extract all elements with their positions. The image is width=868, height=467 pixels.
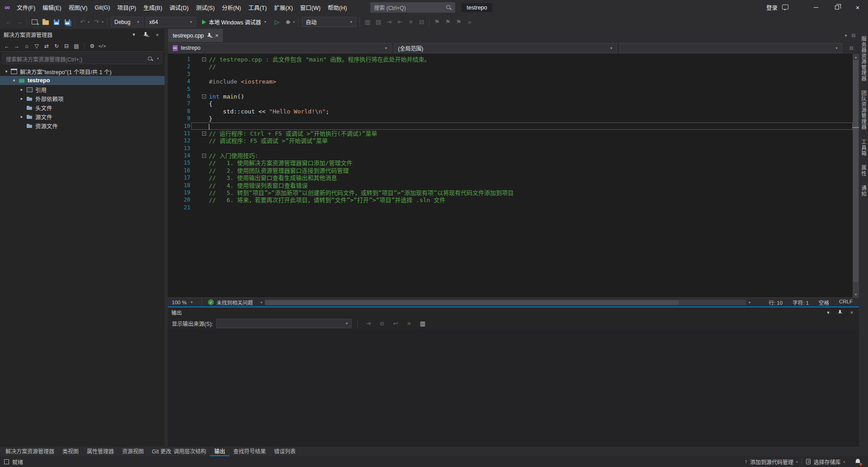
code-line-8[interactable]: 8 std::cout << "Hello World!\n"; bbox=[168, 108, 853, 115]
auto-hide-tab-server-explorer[interactable]: 服务器资源管理器 bbox=[860, 36, 867, 81]
code-line-13[interactable]: 13 bbox=[168, 145, 853, 152]
code-line-15[interactable]: 15// 1. 使用解决方案资源管理器窗口添加/管理文件 bbox=[168, 159, 853, 166]
quick-search-box[interactable]: 搜索 (Ctrl+Q) bbox=[370, 2, 455, 13]
panel-splitter[interactable] bbox=[165, 29, 168, 447]
code-line-20[interactable]: 20// 6. 将来，若要再次打开此项目，请转到“文件”>“打开”>“项目”并选… bbox=[168, 196, 853, 203]
menu-git[interactable]: Git(G) bbox=[91, 0, 113, 15]
fold-toggle-icon[interactable]: - bbox=[202, 57, 206, 61]
clear-all-icon[interactable]: ⊘ bbox=[377, 318, 387, 329]
float-window-icon[interactable]: ⊟ bbox=[852, 33, 855, 38]
expander-icon[interactable]: ▸ bbox=[18, 87, 25, 92]
column-indicator[interactable]: 字符: 1 bbox=[793, 299, 809, 306]
navigate-forward-icon[interactable]: → bbox=[14, 17, 24, 27]
fold-toggle-icon[interactable]: - bbox=[202, 154, 206, 158]
menu-debug[interactable]: 调试(D) bbox=[166, 0, 192, 15]
panel-tab-class-view[interactable]: 类视图 bbox=[58, 447, 83, 456]
auto-dropdown[interactable]: 自动 ▼ bbox=[302, 17, 356, 27]
collapse-all-icon[interactable]: ⊟ bbox=[62, 42, 71, 51]
scope-dropdown[interactable]: (全局范围) ▼ bbox=[394, 43, 617, 53]
comment-selection-icon[interactable]: ≡ bbox=[406, 17, 416, 27]
next-bookmark-icon[interactable]: ⚑ bbox=[453, 17, 464, 27]
solution-search-input[interactable]: 搜索解决方案资源管理器(Ctrl+;) ▾ bbox=[2, 53, 162, 64]
panel-tab-property-manager[interactable]: 属性管理器 bbox=[83, 447, 118, 456]
output-titlebar[interactable]: 输出 ▾ × bbox=[168, 307, 859, 317]
code-area[interactable]: 1-// testrepo.cpp : 此文件包含 "main" 函数。程序执行… bbox=[168, 54, 853, 297]
scrollbar-track[interactable] bbox=[853, 60, 859, 291]
previous-bookmark-icon[interactable]: ⚑ bbox=[443, 17, 453, 27]
sync-with-active-document-icon[interactable]: ⇄ bbox=[42, 42, 51, 51]
hot-reload-dropdown-icon[interactable]: ▼ bbox=[292, 21, 296, 24]
panel-tab-resource-view[interactable]: 资源视图 bbox=[118, 447, 148, 456]
back-icon[interactable]: ← bbox=[2, 42, 11, 51]
word-wrap-icon[interactable]: ↩ bbox=[390, 318, 401, 329]
navigate-backward-icon[interactable]: ← bbox=[3, 17, 14, 27]
start-debugging-button[interactable]: 本地 Windows 调试器 ▼ bbox=[198, 17, 270, 27]
panel-tab-error-list[interactable]: 错误列表 bbox=[270, 447, 300, 456]
line-ending-indicator[interactable]: CRLF bbox=[839, 299, 853, 306]
project-dropdown[interactable]: testrepo ▼ bbox=[169, 43, 392, 53]
close-tab-icon[interactable]: × bbox=[215, 32, 219, 39]
scrollbar-thumb[interactable] bbox=[265, 300, 679, 306]
panel-tab-output[interactable]: 输出 bbox=[210, 447, 229, 456]
scroll-left-icon[interactable]: ◂ bbox=[258, 299, 265, 306]
auto-hide-tab-toolbox[interactable]: 工具箱 bbox=[860, 139, 867, 156]
sign-in-button[interactable]: 登录 bbox=[764, 3, 780, 12]
tree-item-external-dependencies[interactable]: ▸外部依赖项 bbox=[0, 94, 165, 103]
member-dropdown[interactable]: ▼ bbox=[619, 43, 842, 53]
scroll-up-icon[interactable]: ▴ bbox=[853, 54, 859, 60]
panel-tab-find-symbol-results[interactable]: 查找符号结果 bbox=[229, 447, 270, 456]
feedback-icon[interactable] bbox=[782, 5, 788, 9]
document-tab-testrepo-cpp[interactable]: testrepo.cpp × bbox=[168, 29, 223, 42]
save-all-icon[interactable] bbox=[62, 17, 72, 27]
output-content[interactable] bbox=[168, 330, 859, 447]
show-all-files-icon[interactable]: ▤ bbox=[373, 17, 383, 27]
refresh-icon[interactable]: ↻ bbox=[52, 42, 61, 51]
expander-icon[interactable]: ▸ bbox=[18, 114, 25, 119]
restore-button[interactable] bbox=[826, 0, 847, 15]
code-line-1[interactable]: 1-// testrepo.cpp : 此文件包含 "main" 函数。程序执行… bbox=[168, 56, 853, 63]
add-to-source-control-button[interactable]: ↑ 添加到源代码管理 ▴ bbox=[741, 456, 802, 467]
menu-test[interactable]: 测试(S) bbox=[192, 0, 218, 15]
pin-icon[interactable] bbox=[836, 309, 844, 316]
close-panel-icon[interactable]: × bbox=[848, 309, 855, 316]
code-line-19[interactable]: 19// 5. 转到“项目”>“添加新项”以创建新的代码文件，或转到“项目”>“… bbox=[168, 189, 853, 196]
code-line-12[interactable]: 12// 调试程序: F5 或调试 >“开始调试”菜单 bbox=[168, 137, 853, 144]
tree-item-references[interactable]: ▸引用 bbox=[0, 85, 165, 94]
minimize-button[interactable] bbox=[806, 0, 826, 15]
scrollbar-track[interactable] bbox=[265, 300, 746, 305]
open-file-icon[interactable] bbox=[40, 17, 51, 27]
tree-item-source-files[interactable]: ▸源文件 bbox=[0, 112, 165, 121]
editor-horizontal-scrollbar[interactable]: ◂ ▸ bbox=[258, 298, 754, 307]
notifications-bell-icon[interactable] bbox=[855, 459, 861, 465]
auto-hide-tab-notifications[interactable]: 通知 bbox=[860, 185, 867, 197]
tree-item-resource-files[interactable]: 资源文件 bbox=[0, 121, 165, 130]
zoom-dropdown[interactable]: 100 % ▼ bbox=[168, 300, 199, 305]
code-line-2[interactable]: 2// bbox=[168, 63, 853, 70]
tree-item-header-files[interactable]: 头文件 bbox=[0, 103, 165, 112]
show-all-files-icon[interactable]: ▤ bbox=[72, 42, 81, 51]
redo-dropdown-icon[interactable]: ▼ bbox=[101, 21, 105, 24]
save-icon[interactable] bbox=[51, 17, 61, 27]
pin-icon[interactable] bbox=[142, 31, 149, 38]
panel-tab-call-hierarchy[interactable]: 调用层次结构 bbox=[170, 447, 210, 456]
code-line-17[interactable]: 17// 3. 使用输出窗口查看生成输出和其他消息 bbox=[168, 174, 853, 181]
hot-reload-icon[interactable] bbox=[283, 17, 293, 27]
tree-item-project-testrepo[interactable]: ▾testrepo bbox=[0, 76, 165, 85]
chevron-down-icon[interactable]: ▾ bbox=[157, 57, 159, 61]
select-repository-button[interactable]: 选择存储库 ▴ bbox=[802, 456, 849, 467]
pin-tab-icon[interactable] bbox=[208, 33, 212, 38]
code-line-18[interactable]: 18// 4. 使用错误列表窗口查看错误 bbox=[168, 182, 853, 189]
code-line-21[interactable]: 21 bbox=[168, 204, 853, 211]
background-tasks-icon[interactable] bbox=[4, 459, 9, 464]
menu-view[interactable]: 视图(V) bbox=[65, 0, 91, 15]
code-line-9[interactable]: 9} bbox=[168, 115, 853, 122]
code-line-16[interactable]: 16// 2. 使用团队资源管理器窗口连接到源代码管理 bbox=[168, 167, 853, 174]
redo-icon[interactable]: ↷ bbox=[91, 17, 102, 27]
new-project-icon[interactable] bbox=[29, 17, 40, 27]
solution-explorer-titlebar[interactable]: 解决方案资源管理器 ▾ × bbox=[0, 29, 165, 40]
fold-toggle-icon[interactable]: - bbox=[202, 94, 206, 99]
expander-icon[interactable]: ▾ bbox=[10, 78, 18, 83]
toolbar-overflow-icon[interactable]: » bbox=[464, 17, 475, 27]
autoscroll-icon[interactable]: ▥ bbox=[417, 318, 428, 329]
auto-hide-tab-team-explorer[interactable]: 团队资源管理器 bbox=[860, 90, 867, 130]
